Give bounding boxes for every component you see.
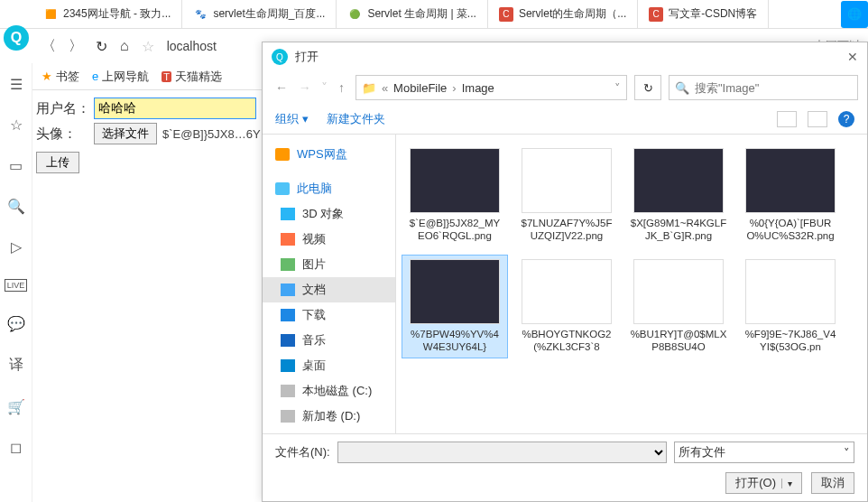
tree-item-4[interactable]: 下载 [263, 302, 395, 328]
chosen-filename: $`E@B]}5JX8…6Y [162, 127, 261, 141]
search-icon[interactable]: 🔍 [7, 198, 25, 215]
tree-pc[interactable]: 此电脑 [263, 176, 395, 201]
file-grid: $`E@B]}5JX82_MYEO6`RQGL.png$7LNUZAF7Y%J5… [396, 135, 867, 433]
tab-label: 2345网址导航 - 致力... [63, 6, 171, 22]
tab-2[interactable]: 🟢Servlet 生命周期 | 菜... [337, 0, 487, 29]
pc-icon [275, 182, 290, 195]
new-folder-button[interactable]: 新建文件夹 [327, 111, 385, 127]
live-icon[interactable]: LIVE [5, 279, 28, 292]
tree-item-8[interactable]: 新加卷 (D:) [263, 404, 395, 429]
globe-button[interactable]: 🌐 [841, 1, 868, 28]
tree-item-0[interactable]: 3D 对象 [263, 201, 395, 227]
forward-button[interactable]: 〉 [69, 37, 83, 56]
folder-icon [281, 410, 295, 423]
filter-select[interactable]: 所有文件˅ [674, 442, 854, 463]
thumbnail [745, 148, 836, 213]
folder-icon [281, 258, 295, 271]
folder-icon [281, 208, 295, 220]
tab-1[interactable]: 🐾servlet生命周期_百度... [182, 0, 337, 29]
more-icon[interactable]: ◻ [10, 439, 22, 456]
tab-3[interactable]: CServlet的生命周期（... [488, 0, 638, 29]
tree-item-5[interactable]: 音乐 [263, 328, 395, 353]
tree-item-6[interactable]: 桌面 [263, 353, 395, 378]
star-button[interactable]: ☆ [142, 38, 154, 55]
view-button-2[interactable] [808, 111, 827, 127]
bookmark-item-0[interactable]: e上网导航 [92, 69, 149, 85]
menu-icon[interactable]: ☰ [10, 76, 23, 93]
username-input[interactable] [94, 98, 256, 119]
refresh-button[interactable]: ↻ [634, 75, 661, 100]
crumb-1[interactable]: Image [462, 81, 494, 95]
cancel-button[interactable]: 取消 [811, 472, 854, 494]
filename: %0{Y{OA)`[FBURO%UC%S32R.png [742, 217, 839, 243]
book-icon[interactable]: ▭ [9, 157, 23, 174]
file-item-6[interactable]: %BU1RY]T@0$MLXP8B8SU4O [625, 255, 732, 358]
chat-icon[interactable]: 💬 [7, 315, 25, 332]
file-item-4[interactable]: %7BPW49%YV%4W4E3UY64L} [402, 255, 508, 358]
home-button[interactable]: ⌂ [120, 38, 129, 54]
back-button[interactable]: 〈 [42, 37, 56, 56]
dialog-title: 打开 [295, 49, 319, 65]
star-icon[interactable]: ☆ [10, 116, 23, 134]
tree-item-7[interactable]: 本地磁盘 (C:) [263, 378, 395, 404]
upload-button[interactable]: 上传 [36, 152, 79, 173]
file-item-5[interactable]: %BHOYGTNKOG2(%ZKL3CF3`8 [513, 255, 620, 358]
tree-item-2[interactable]: 图片 [263, 252, 395, 277]
video-icon[interactable]: ▷ [11, 238, 22, 256]
tab-0[interactable]: 🟧2345网址导航 - 致力... [32, 0, 182, 29]
choose-file-button[interactable]: 选择文件 [94, 123, 157, 144]
tab-4[interactable]: C写文章-CSDN博客 [638, 0, 769, 29]
recent-icon[interactable]: ˅ [321, 80, 328, 95]
tree-wps[interactable]: WPS网盘 [263, 142, 395, 167]
dialog-bottom: 文件名(N): 所有文件˅ 打开(O)▾ 取消 [263, 433, 867, 501]
folder-icon [281, 359, 295, 372]
file-item-3[interactable]: %0{Y{OA)`[FBURO%UC%S32R.png [737, 144, 844, 247]
filename: %BHOYGTNKOG2(%ZKL3CF3`8 [518, 328, 615, 354]
sidebar: ☰ ☆ ▭ 🔍 ▷ LIVE 💬 译 🛒 ◻ [0, 63, 32, 502]
thumbnail [522, 259, 612, 324]
translate-icon[interactable]: 译 [9, 356, 23, 375]
tree-item-1[interactable]: 视频 [263, 227, 395, 252]
folder-tree: WPS网盘 此电脑 3D 对象视频图片文档下载音乐桌面本地磁盘 (C:)新加卷 … [263, 135, 396, 433]
nav-arrows: ← → ˅ ↑ [272, 80, 348, 95]
open-button[interactable]: 打开(O)▾ [725, 472, 802, 494]
view-button-1[interactable] [777, 111, 797, 127]
filename: $`E@B]}5JX82_MYEO6`RQGL.png [406, 217, 503, 243]
folder-icon [281, 284, 295, 296]
help-icon[interactable]: ? [838, 111, 854, 127]
bookmark-item-1[interactable]: T天猫精选 [162, 69, 222, 85]
username-label: 用户名： [36, 100, 94, 117]
search-box[interactable]: 🔍 [669, 75, 858, 100]
file-item-0[interactable]: $`E@B]}5JX82_MYEO6`RQGL.png [402, 144, 508, 247]
cart-icon[interactable]: 🛒 [7, 398, 25, 415]
folder-icon [281, 309, 295, 321]
organize-button[interactable]: 组织 ▾ [275, 111, 309, 127]
open-file-dialog: Q 打开 ✕ ← → ˅ ↑ 📁 « MobileFile › Image ˅ … [262, 42, 868, 502]
filename: %7BPW49%YV%4W4E3UY64L} [406, 328, 503, 354]
filename-input[interactable] [337, 442, 667, 463]
chevron-down-icon[interactable]: ˅ [614, 81, 621, 95]
thumbnail [633, 148, 724, 213]
breadcrumb[interactable]: 📁 « MobileFile › Image ˅ [356, 75, 627, 100]
filename: %F9]9E~7KJ86_V4YI$(53OG.pn [742, 328, 839, 354]
crumb-0[interactable]: MobileFile [393, 81, 447, 95]
tree-item-3[interactable]: 文档 [263, 277, 395, 302]
bookmarks-label[interactable]: ★书签 [42, 69, 79, 85]
file-item-1[interactable]: $7LNUZAF7Y%J5FUZQIZ]V22.png [513, 144, 620, 247]
forward-icon[interactable]: → [299, 80, 311, 95]
dialog-nav: ← → ˅ ↑ 📁 « MobileFile › Image ˅ ↻ 🔍 [263, 71, 867, 104]
file-item-7[interactable]: %F9]9E~7KJ86_V4YI$(53OG.pn [737, 255, 844, 358]
folder-icon: 📁 [362, 81, 376, 95]
close-icon[interactable]: ✕ [847, 50, 858, 64]
file-item-2[interactable]: $X[G89M1~R4KGLFJK_B`G]R.png [625, 144, 732, 247]
filename: %BU1RY]T@0$MLXP8B8SU4O [630, 328, 727, 354]
search-input[interactable] [695, 81, 852, 95]
reload-button[interactable]: ↻ [96, 38, 107, 55]
up-icon[interactable]: ↑ [338, 80, 345, 95]
tab-icon: 🐾 [193, 7, 208, 22]
thumbnail [522, 148, 612, 213]
open-dropdown-icon[interactable]: ▾ [781, 479, 792, 488]
tab-label: Servlet的生命周期（... [519, 6, 626, 22]
back-icon[interactable]: ← [275, 80, 288, 95]
tab-label: 写文章-CSDN博客 [669, 6, 757, 22]
